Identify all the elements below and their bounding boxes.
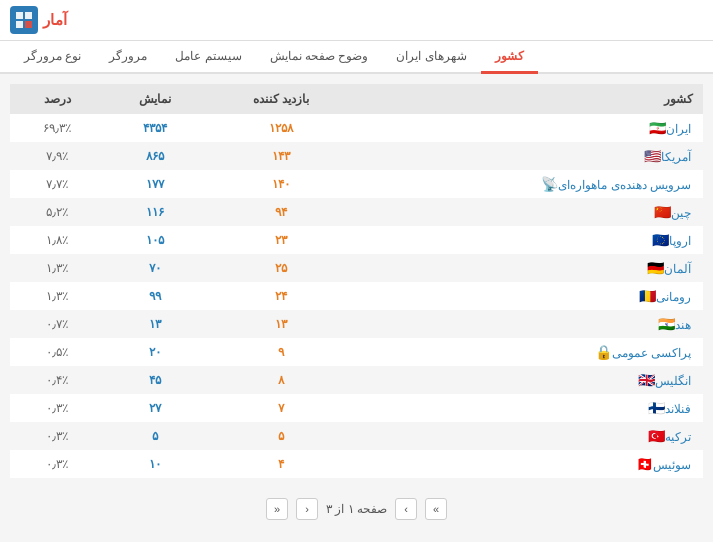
country-name: پراکسی عمومی — [612, 346, 691, 360]
svg-rect-1 — [25, 12, 32, 19]
table-row: فنلاند🇫🇮۷۲۷۰٫۳٪ — [10, 394, 703, 422]
cell-percent: ۰٫۳٪ — [10, 422, 104, 450]
logo-text: آمار — [43, 11, 67, 29]
table-row: چین🇨🇳۹۴۱۱۶۵٫۲٪ — [10, 198, 703, 226]
cell-visits: ۲۴ — [206, 282, 356, 310]
country-name: انگلیس — [655, 374, 691, 388]
svg-rect-3 — [25, 21, 32, 28]
cell-visits: ۷ — [206, 394, 356, 422]
cell-percent: ۷٫۹٪ — [10, 142, 104, 170]
flag-icon: 🇷🇴 — [639, 288, 656, 304]
col-country: کشور — [356, 84, 703, 114]
table-row: رومانی🇷🇴۲۴۹۹۱٫۳٪ — [10, 282, 703, 310]
country-name: ایران — [666, 122, 691, 136]
country-name: سرویس دهنده‌ی ماهواره‌ای — [558, 178, 691, 192]
cell-percent: ۰٫۳٪ — [10, 450, 104, 478]
cell-views: ۲۷ — [104, 394, 206, 422]
country-name: ترکیه — [665, 430, 691, 444]
cell-views: ۲۰ — [104, 338, 206, 366]
flag-icon: 🇨🇭 — [636, 456, 653, 472]
country-name: آمریکا — [661, 150, 691, 164]
svg-rect-2 — [16, 21, 23, 28]
cell-visits: ۹ — [206, 338, 356, 366]
cell-country: فنلاند🇫🇮 — [356, 394, 703, 422]
cell-country: انگلیس🇬🇧 — [356, 366, 703, 394]
cell-visits: ۴ — [206, 450, 356, 478]
tab-os[interactable]: سیستم عامل — [161, 41, 255, 74]
flag-icon: 🇮🇷 — [649, 120, 666, 136]
cell-views: ۱۷۷ — [104, 170, 206, 198]
cell-visits: ۲۳ — [206, 226, 356, 254]
tab-browser[interactable]: مرورگر — [95, 41, 161, 74]
col-percent: درصد — [10, 84, 104, 114]
cell-views: ۱۰ — [104, 450, 206, 478]
flag-icon: 🇩🇪 — [647, 260, 664, 276]
cell-visits: ۹۴ — [206, 198, 356, 226]
cell-views: ۱۱۶ — [104, 198, 206, 226]
tab-browser-type[interactable]: نوع مرورگر — [10, 41, 95, 74]
cell-views: ۵ — [104, 422, 206, 450]
table-row: آمریکا🇺🇸۱۴۳۸۶۵۷٫۹٪ — [10, 142, 703, 170]
cell-visits: ۱۴۳ — [206, 142, 356, 170]
col-visits: بازدید کننده — [206, 84, 356, 114]
cell-views: ۹۹ — [104, 282, 206, 310]
cell-visits: ۱۴۰ — [206, 170, 356, 198]
country-name: آلمان — [664, 262, 691, 276]
flag-icon: 🇪🇺 — [652, 232, 669, 248]
tab-country[interactable]: کشور — [481, 41, 538, 74]
country-name: هند — [675, 318, 691, 332]
col-views: نمایش — [104, 84, 206, 114]
cell-visits: ۱۳ — [206, 310, 356, 338]
flag-icon: 🔒 — [595, 344, 612, 360]
first-page-btn[interactable]: » — [425, 498, 447, 520]
cell-views: ۱۳ — [104, 310, 206, 338]
pagination: » › صفحه ۱ از ۳ ‹ « — [0, 488, 713, 530]
cell-country: رومانی🇷🇴 — [356, 282, 703, 310]
cell-country: سوئیس🇨🇭 — [356, 450, 703, 478]
svg-rect-0 — [16, 12, 23, 19]
country-name: رومانی — [656, 290, 691, 304]
data-table: کشور بازدید کننده نمایش درصد ایران🇮🇷۱۲۵۸… — [10, 84, 703, 478]
cell-percent: ۰٫۷٪ — [10, 310, 104, 338]
cell-percent: ۰٫۳٪ — [10, 394, 104, 422]
logo-icon — [10, 6, 38, 34]
cell-visits: ۵ — [206, 422, 356, 450]
flag-icon: 🇬🇧 — [638, 372, 655, 388]
cell-percent: ۱٫۸٪ — [10, 226, 104, 254]
cell-country: ایران🇮🇷 — [356, 114, 703, 142]
country-name: سوئیس — [653, 458, 691, 472]
prev-page-btn[interactable]: › — [395, 498, 417, 520]
flag-icon: 📡 — [541, 176, 558, 192]
country-name: اروپا — [669, 234, 691, 248]
cell-country: پراکسی عمومی🔒 — [356, 338, 703, 366]
flag-icon: 🇮🇳 — [658, 316, 675, 332]
cell-percent: ۵٫۲٪ — [10, 198, 104, 226]
cell-visits: ۸ — [206, 366, 356, 394]
table-row: پراکسی عمومی🔒۹۲۰۰٫۵٪ — [10, 338, 703, 366]
table-header: کشور بازدید کننده نمایش درصد — [10, 84, 703, 114]
nav-tabs: کشور شهرهای ایران وضوح صفحه نمایش سیستم … — [0, 41, 713, 74]
tab-iran-cities[interactable]: شهرهای ایران — [382, 41, 480, 74]
table-row: هند🇮🇳۱۳۱۳۰٫۷٪ — [10, 310, 703, 338]
cell-percent: ۶۹٫۳٪ — [10, 114, 104, 142]
cell-country: اروپا🇪🇺 — [356, 226, 703, 254]
cell-country: آلمان🇩🇪 — [356, 254, 703, 282]
flag-icon: 🇫🇮 — [648, 400, 665, 416]
table-row: ترکیه🇹🇷۵۵۰٫۳٪ — [10, 422, 703, 450]
last-page-btn[interactable]: « — [266, 498, 288, 520]
table-row: سوئیس🇨🇭۴۱۰۰٫۳٪ — [10, 450, 703, 478]
table-row: انگلیس🇬🇧۸۴۵۰٫۴٪ — [10, 366, 703, 394]
logo: آمار — [10, 6, 67, 34]
next-page-btn[interactable]: ‹ — [296, 498, 318, 520]
cell-views: ۴۵ — [104, 366, 206, 394]
table-row: اروپا🇪🇺۲۳۱۰۵۱٫۸٪ — [10, 226, 703, 254]
pagination-info: صفحه ۱ از ۳ — [326, 502, 387, 516]
country-name: فنلاند — [665, 402, 691, 416]
cell-percent: ۰٫۴٪ — [10, 366, 104, 394]
cell-views: ۱۰۵ — [104, 226, 206, 254]
country-name: چین — [671, 206, 691, 220]
tab-display[interactable]: وضوح صفحه نمایش — [256, 41, 383, 74]
cell-country: چین🇨🇳 — [356, 198, 703, 226]
cell-views: ۷۰ — [104, 254, 206, 282]
flag-icon: 🇺🇸 — [644, 148, 661, 164]
